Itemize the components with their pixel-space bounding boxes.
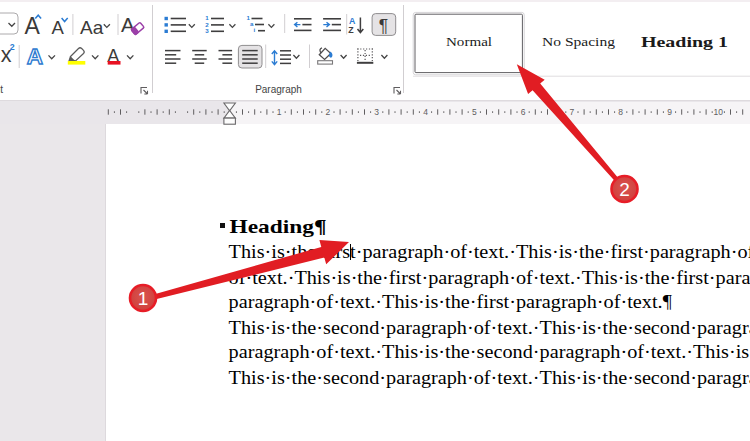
svg-text:2: 2 [619,179,630,200]
svg-text:1: 1 [138,288,149,309]
